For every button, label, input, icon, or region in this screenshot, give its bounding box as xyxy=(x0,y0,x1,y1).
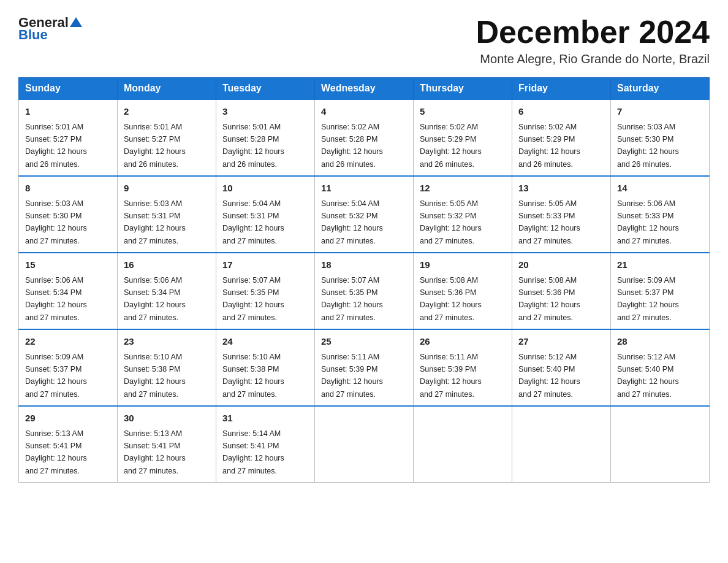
calendar-cell: 4 Sunrise: 5:02 AMSunset: 5:28 PMDayligh… xyxy=(315,99,414,176)
day-info: Sunrise: 5:05 AMSunset: 5:33 PMDaylight:… xyxy=(518,199,580,245)
calendar-cell: 28 Sunrise: 5:12 AMSunset: 5:40 PMDaylig… xyxy=(611,329,710,406)
day-info: Sunrise: 5:09 AMSunset: 5:37 PMDaylight:… xyxy=(25,353,87,399)
header-monday: Monday xyxy=(118,78,216,100)
svg-marker-0 xyxy=(70,17,82,27)
day-number: 3 xyxy=(222,105,308,119)
calendar-week-3: 15 Sunrise: 5:06 AMSunset: 5:34 PMDaylig… xyxy=(19,253,710,329)
day-number: 4 xyxy=(321,105,407,119)
calendar-cell: 2 Sunrise: 5:01 AMSunset: 5:27 PMDayligh… xyxy=(118,99,216,176)
day-info: Sunrise: 5:06 AMSunset: 5:33 PMDaylight:… xyxy=(617,199,679,245)
day-number: 24 xyxy=(222,335,308,349)
day-number: 7 xyxy=(617,105,703,119)
day-info: Sunrise: 5:12 AMSunset: 5:40 PMDaylight:… xyxy=(617,353,679,399)
calendar-cell: 31 Sunrise: 5:14 AMSunset: 5:41 PMDaylig… xyxy=(216,406,315,483)
header-thursday: Thursday xyxy=(414,78,512,100)
header-friday: Friday xyxy=(512,78,611,100)
header-sunday: Sunday xyxy=(19,78,118,100)
calendar-cell xyxy=(512,406,611,483)
day-number: 5 xyxy=(420,105,506,119)
calendar-cell: 15 Sunrise: 5:06 AMSunset: 5:34 PMDaylig… xyxy=(19,253,118,329)
calendar-cell: 24 Sunrise: 5:10 AMSunset: 5:38 PMDaylig… xyxy=(216,329,315,406)
day-info: Sunrise: 5:12 AMSunset: 5:40 PMDaylight:… xyxy=(518,353,580,399)
calendar-week-1: 1 Sunrise: 5:01 AMSunset: 5:27 PMDayligh… xyxy=(19,99,710,176)
day-number: 21 xyxy=(617,258,703,272)
day-info: Sunrise: 5:05 AMSunset: 5:32 PMDaylight:… xyxy=(420,199,482,245)
logo: General Blue xyxy=(18,15,83,43)
day-info: Sunrise: 5:03 AMSunset: 5:30 PMDaylight:… xyxy=(617,123,679,169)
logo-blue-text: Blue xyxy=(18,27,48,43)
calendar-cell: 10 Sunrise: 5:04 AMSunset: 5:31 PMDaylig… xyxy=(216,176,315,253)
calendar-week-5: 29 Sunrise: 5:13 AMSunset: 5:41 PMDaylig… xyxy=(19,406,710,483)
day-info: Sunrise: 5:14 AMSunset: 5:41 PMDaylight:… xyxy=(222,429,284,475)
day-number: 25 xyxy=(321,335,407,349)
day-number: 28 xyxy=(617,335,703,349)
calendar-cell: 18 Sunrise: 5:07 AMSunset: 5:35 PMDaylig… xyxy=(315,253,414,329)
calendar-cell: 1 Sunrise: 5:01 AMSunset: 5:27 PMDayligh… xyxy=(19,99,118,176)
calendar-cell: 17 Sunrise: 5:07 AMSunset: 5:35 PMDaylig… xyxy=(216,253,315,329)
calendar-cell: 6 Sunrise: 5:02 AMSunset: 5:29 PMDayligh… xyxy=(512,99,611,176)
day-info: Sunrise: 5:10 AMSunset: 5:38 PMDaylight:… xyxy=(124,353,186,399)
calendar-cell: 20 Sunrise: 5:08 AMSunset: 5:36 PMDaylig… xyxy=(512,253,611,329)
calendar-cell: 23 Sunrise: 5:10 AMSunset: 5:38 PMDaylig… xyxy=(118,329,216,406)
day-info: Sunrise: 5:13 AMSunset: 5:41 PMDaylight:… xyxy=(124,429,186,475)
day-number: 6 xyxy=(518,105,604,119)
day-info: Sunrise: 5:07 AMSunset: 5:35 PMDaylight:… xyxy=(321,276,383,322)
calendar-cell: 26 Sunrise: 5:11 AMSunset: 5:39 PMDaylig… xyxy=(414,329,512,406)
day-info: Sunrise: 5:04 AMSunset: 5:32 PMDaylight:… xyxy=(321,199,383,245)
day-number: 19 xyxy=(420,258,506,272)
day-info: Sunrise: 5:04 AMSunset: 5:31 PMDaylight:… xyxy=(222,199,284,245)
day-info: Sunrise: 5:01 AMSunset: 5:27 PMDaylight:… xyxy=(124,123,186,169)
calendar-cell: 21 Sunrise: 5:09 AMSunset: 5:37 PMDaylig… xyxy=(611,253,710,329)
calendar-cell: 9 Sunrise: 5:03 AMSunset: 5:31 PMDayligh… xyxy=(118,176,216,253)
day-number: 23 xyxy=(124,335,210,349)
day-number: 8 xyxy=(25,182,111,196)
day-number: 26 xyxy=(420,335,506,349)
day-info: Sunrise: 5:08 AMSunset: 5:36 PMDaylight:… xyxy=(518,276,580,322)
day-number: 27 xyxy=(518,335,604,349)
calendar-cell: 27 Sunrise: 5:12 AMSunset: 5:40 PMDaylig… xyxy=(512,329,611,406)
calendar-cell xyxy=(414,406,512,483)
calendar-cell: 11 Sunrise: 5:04 AMSunset: 5:32 PMDaylig… xyxy=(315,176,414,253)
calendar-cell: 16 Sunrise: 5:06 AMSunset: 5:34 PMDaylig… xyxy=(118,253,216,329)
day-number: 16 xyxy=(124,258,210,272)
title-area: December 2024 Monte Alegre, Rio Grande d… xyxy=(476,15,710,66)
calendar-cell xyxy=(611,406,710,483)
calendar-cell: 22 Sunrise: 5:09 AMSunset: 5:37 PMDaylig… xyxy=(19,329,118,406)
calendar-cell: 8 Sunrise: 5:03 AMSunset: 5:30 PMDayligh… xyxy=(19,176,118,253)
calendar-cell: 13 Sunrise: 5:05 AMSunset: 5:33 PMDaylig… xyxy=(512,176,611,253)
day-number: 17 xyxy=(222,258,308,272)
day-info: Sunrise: 5:08 AMSunset: 5:36 PMDaylight:… xyxy=(420,276,482,322)
day-info: Sunrise: 5:01 AMSunset: 5:27 PMDaylight:… xyxy=(25,123,87,169)
day-number: 31 xyxy=(222,412,308,426)
calendar-cell: 25 Sunrise: 5:11 AMSunset: 5:39 PMDaylig… xyxy=(315,329,414,406)
calendar-week-4: 22 Sunrise: 5:09 AMSunset: 5:37 PMDaylig… xyxy=(19,329,710,406)
calendar-table: Sunday Monday Tuesday Wednesday Thursday… xyxy=(18,77,710,483)
day-info: Sunrise: 5:11 AMSunset: 5:39 PMDaylight:… xyxy=(321,353,383,399)
day-info: Sunrise: 5:02 AMSunset: 5:29 PMDaylight:… xyxy=(518,123,580,169)
day-info: Sunrise: 5:09 AMSunset: 5:37 PMDaylight:… xyxy=(617,276,679,322)
calendar-cell: 7 Sunrise: 5:03 AMSunset: 5:30 PMDayligh… xyxy=(611,99,710,176)
header-wednesday: Wednesday xyxy=(315,78,414,100)
calendar-cell: 29 Sunrise: 5:13 AMSunset: 5:41 PMDaylig… xyxy=(19,406,118,483)
month-title: December 2024 xyxy=(476,15,710,50)
day-info: Sunrise: 5:06 AMSunset: 5:34 PMDaylight:… xyxy=(25,276,87,322)
calendar-cell: 30 Sunrise: 5:13 AMSunset: 5:41 PMDaylig… xyxy=(118,406,216,483)
logo-triangle-icon xyxy=(69,16,83,29)
day-number: 12 xyxy=(420,182,506,196)
day-info: Sunrise: 5:10 AMSunset: 5:38 PMDaylight:… xyxy=(222,353,284,399)
day-number: 13 xyxy=(518,182,604,196)
calendar-cell: 3 Sunrise: 5:01 AMSunset: 5:28 PMDayligh… xyxy=(216,99,315,176)
day-info: Sunrise: 5:02 AMSunset: 5:28 PMDaylight:… xyxy=(321,123,383,169)
day-info: Sunrise: 5:11 AMSunset: 5:39 PMDaylight:… xyxy=(420,353,482,399)
day-number: 29 xyxy=(25,412,111,426)
header-tuesday: Tuesday xyxy=(216,78,315,100)
calendar-week-2: 8 Sunrise: 5:03 AMSunset: 5:30 PMDayligh… xyxy=(19,176,710,253)
day-info: Sunrise: 5:13 AMSunset: 5:41 PMDaylight:… xyxy=(25,429,87,475)
day-info: Sunrise: 5:06 AMSunset: 5:34 PMDaylight:… xyxy=(124,276,186,322)
page-header: General Blue December 2024 Monte Alegre,… xyxy=(18,15,710,66)
day-number: 22 xyxy=(25,335,111,349)
day-info: Sunrise: 5:07 AMSunset: 5:35 PMDaylight:… xyxy=(222,276,284,322)
day-number: 11 xyxy=(321,182,407,196)
header-saturday: Saturday xyxy=(611,78,710,100)
day-number: 18 xyxy=(321,258,407,272)
